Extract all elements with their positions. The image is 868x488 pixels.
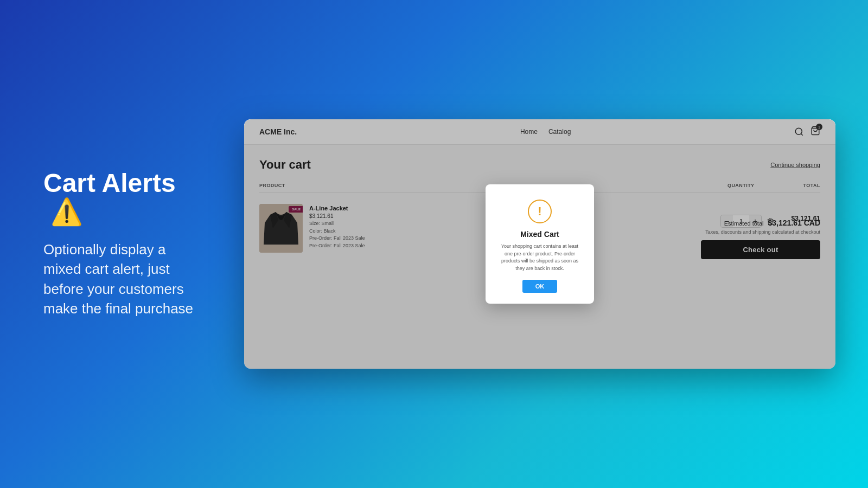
browser-window: ACME Inc. Home Catalog 1 Your cart Conti… bbox=[244, 119, 835, 369]
heading-emoji: ⚠️ bbox=[50, 197, 83, 226]
modal-warning-circle: ! bbox=[528, 200, 552, 223]
description-text: Optionally display a mixed cart alert, j… bbox=[43, 240, 201, 319]
heading-text: Cart Alerts bbox=[43, 169, 176, 197]
exclamation-icon: ! bbox=[538, 206, 541, 217]
modal-overlay: ! Mixed Cart Your shopping cart contains… bbox=[244, 119, 835, 369]
modal-title: Mixed Cart bbox=[501, 230, 579, 239]
left-panel: Cart Alerts ⚠️ Optionally display a mixe… bbox=[0, 137, 233, 351]
modal-body: Your shopping cart contains at least one… bbox=[501, 243, 579, 272]
page-heading: Cart Alerts ⚠️ bbox=[43, 169, 201, 227]
modal-ok-button[interactable]: OK bbox=[522, 280, 558, 293]
mixed-cart-modal: ! Mixed Cart Your shopping cart contains… bbox=[486, 184, 594, 304]
